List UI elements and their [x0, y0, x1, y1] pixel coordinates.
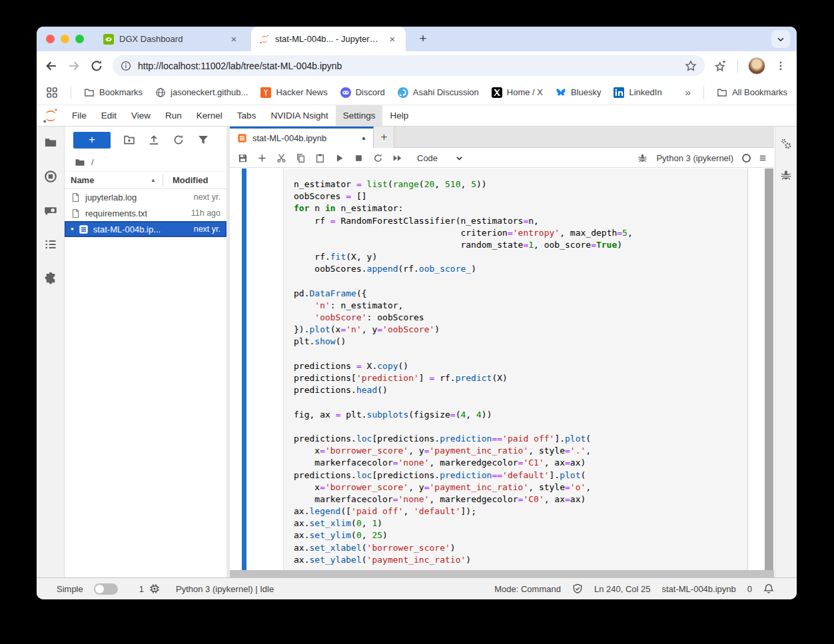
url-text: http://localhost:11002/lab/tree/stat-ML-… [138, 61, 678, 71]
x-icon [492, 87, 502, 98]
all-bookmarks[interactable]: All Bookmarks [717, 87, 787, 98]
folder-icon[interactable] [75, 157, 85, 168]
bell-icon[interactable] [763, 583, 774, 594]
bookmark-item[interactable]: Discord [340, 87, 385, 98]
folder-fill-icon[interactable] [44, 136, 57, 149]
menu-tabs[interactable]: Tabs [230, 105, 264, 126]
kernel-chip-icon[interactable] [149, 583, 160, 594]
active-cell-collapser[interactable] [242, 168, 246, 570]
zoom-window-button[interactable] [75, 35, 84, 43]
avatar[interactable] [748, 57, 765, 75]
list-icon[interactable] [44, 238, 57, 251]
nvidia-icon [103, 34, 114, 45]
minimize-window-button[interactable] [61, 35, 69, 43]
running-icon[interactable] [44, 170, 57, 183]
info-icon[interactable] [121, 61, 131, 71]
more-menu-icon[interactable] [775, 59, 786, 73]
bookmarks-list: Bookmarksjasoneckert.github...Hacker New… [84, 87, 662, 98]
menu-help[interactable]: Help [382, 105, 416, 126]
bookmarks-overflow-chevron[interactable]: » [685, 87, 691, 98]
notebook-scrollbar[interactable] [765, 168, 773, 570]
browser-tab-dgx[interactable]: DGX Dashboard × [95, 27, 247, 51]
cursor-position[interactable]: Ln 240, Col 25 [594, 584, 651, 594]
bug-icon[interactable] [780, 169, 792, 181]
menu-file[interactable]: File [65, 105, 94, 126]
bookmark-item[interactable]: jasoneckert.github... [155, 87, 248, 98]
apps-grid-icon[interactable] [46, 87, 58, 99]
copy-icon[interactable] [296, 153, 306, 163]
star-sparkle-icon[interactable] [714, 59, 727, 73]
menu-settings[interactable]: Settings [336, 105, 383, 126]
hamburger-menu-icon[interactable]: ≡ [759, 153, 766, 164]
restart-icon[interactable] [373, 153, 383, 163]
terminals-count[interactable]: 1 [139, 584, 144, 594]
bookmark-star-icon[interactable] [685, 60, 697, 72]
property-inspector-icon[interactable] [780, 138, 792, 150]
file-row[interactable]: requirements.txt11h ago [65, 205, 226, 221]
back-icon[interactable] [45, 59, 58, 73]
menu-view[interactable]: View [124, 105, 158, 126]
document-tabbar: stat-ML-004b.ipynb ● + [230, 127, 774, 148]
tab-search-button[interactable] [771, 30, 790, 48]
bug-icon[interactable] [637, 153, 647, 163]
bookmark-item[interactable]: Bluesky [556, 87, 602, 98]
bookmark-label: Discord [356, 87, 385, 97]
gpu-icon[interactable] [44, 204, 57, 217]
run-icon[interactable] [334, 153, 344, 163]
menu-run[interactable]: Run [158, 105, 189, 126]
close-icon[interactable]: × [387, 34, 398, 45]
bookmark-item[interactable]: LinkedIn [614, 87, 661, 98]
kernel-status-text[interactable]: Python 3 (ipykernel) | Idle [176, 584, 274, 594]
puzzle-icon[interactable] [44, 272, 57, 285]
menu-edit[interactable]: Edit [94, 105, 124, 126]
forward-icon[interactable] [67, 59, 81, 73]
notebook-icon [237, 133, 247, 143]
close-icon[interactable]: × [228, 34, 239, 45]
column-modified[interactable]: Modified [163, 175, 220, 185]
filter-icon[interactable] [197, 134, 209, 146]
cut-icon[interactable] [276, 153, 286, 163]
bookmark-item[interactable]: Bookmarks [84, 87, 143, 98]
menu-kernel[interactable]: Kernel [189, 105, 230, 126]
bookmark-item[interactable]: Home / X [492, 87, 543, 98]
close-window-button[interactable] [46, 35, 55, 43]
code-line: pd.DataFrame({ [294, 288, 747, 300]
new-launcher-button[interactable]: + [73, 132, 111, 149]
fast-forward-icon[interactable] [392, 153, 402, 163]
plus-icon[interactable] [257, 153, 267, 163]
cell-editor[interactable]: n_estimator = list(range(20, 510, 5))oob… [283, 168, 748, 570]
divider [703, 86, 704, 99]
code-line: ax.legend(['paid off', 'default']); [294, 505, 747, 517]
browser-tab-jupyterlab[interactable]: stat-ML-004b... - JupyterLab × [251, 27, 406, 51]
toolbar-right [714, 57, 789, 75]
file-modified: 11h ago [191, 208, 220, 218]
bookmark-item[interactable]: Hacker News [260, 87, 327, 98]
menu-nvidia-nsight[interactable]: NVIDIA Nsight [263, 105, 335, 126]
breadcrumb[interactable]: / [65, 153, 226, 171]
reload-icon[interactable] [90, 59, 103, 73]
toggle-knob [95, 585, 104, 593]
simple-mode-toggle[interactable] [94, 583, 118, 595]
upload-icon[interactable] [148, 134, 160, 146]
new-tab-button[interactable]: + [415, 31, 431, 47]
new-document-tab-button[interactable]: + [374, 127, 394, 148]
document-tab[interactable]: stat-ML-004b.ipynb ● [230, 127, 374, 148]
paste-icon[interactable] [315, 153, 325, 163]
save-icon[interactable] [238, 153, 248, 163]
kernel-name[interactable]: Python 3 (ipykernel) [656, 153, 733, 163]
stop-icon[interactable] [354, 153, 364, 163]
url-bar[interactable]: http://localhost:11002/lab/tree/stat-ML-… [113, 55, 705, 76]
column-name[interactable]: Name [71, 175, 94, 185]
notebook-bottom-edge [230, 570, 774, 577]
refresh-icon[interactable] [173, 134, 185, 146]
file-row[interactable]: ●stat-ML-004b.ip...next yr. [65, 221, 226, 237]
cell-type-dropdown[interactable]: Code [417, 153, 464, 163]
all-bookmarks-label: All Bookmarks [732, 87, 787, 97]
file-browser: + / Name ▲ Modified jupyterlab.lognext y… [65, 127, 226, 577]
notification-count[interactable]: 0 [747, 584, 752, 594]
notebook-toolbar: Code Python 3 (ipykernel) ≡ [230, 149, 774, 168]
bookmark-item[interactable]: Asahi Discussion [398, 87, 479, 98]
file-row[interactable]: jupyterlab.lognext yr. [65, 189, 226, 205]
code-line: }).plot(x='n', y='oobScore') [294, 324, 747, 336]
new-folder-icon[interactable] [123, 134, 135, 146]
